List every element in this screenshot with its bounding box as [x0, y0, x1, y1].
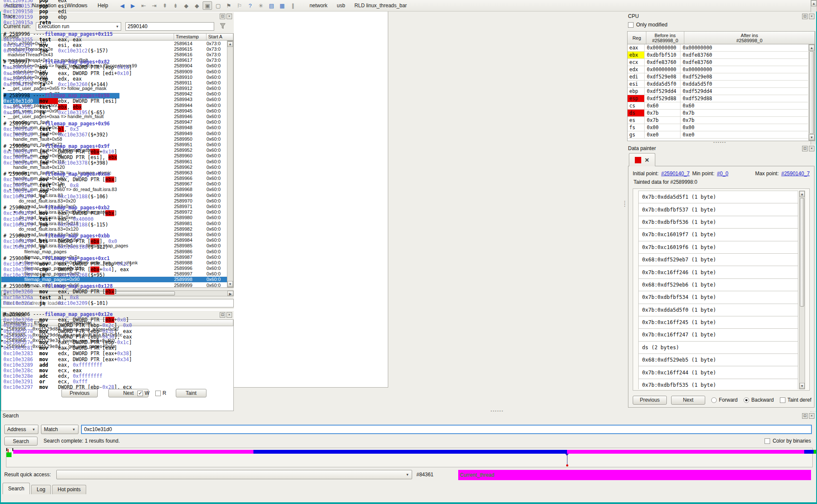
disasm-instruction[interactable]: 0xc10e3207je0xc10e3268($+95)	[3, 272, 388, 278]
disasm-instruction[interactable]: 0xc10e3278movDWORD PTR [ebp-0x3c], eax	[3, 328, 388, 334]
disasm-block-header[interactable]: # 2589997 ---- filemap_map_pages+0x82	[3, 59, 388, 65]
scroll-down-icon[interactable]: ▼	[809, 134, 814, 140]
cpu-register-row[interactable]: edx0x000000000x00000000	[628, 66, 808, 73]
cpu-register-row[interactable]: gs0xe00xe0	[628, 131, 808, 139]
disasm-instruction[interactable]: 0xc10e31d6testbl, 0x3	[3, 127, 388, 132]
instruction-address[interactable]: 0xc10e3201	[3, 261, 39, 267]
disasm-instruction[interactable]: 0xc1209157popesi	[3, 3, 388, 9]
instruction-address[interactable]: 0xc10e31ec	[3, 182, 39, 188]
tainted-data-item[interactable]: 0x7b:0xdda5d5f1 (1 byte)	[639, 191, 798, 203]
max-point-link[interactable]: #2590140_7	[781, 171, 810, 177]
tainted-data-item[interactable]: 0x7b:0xc16019f7 (1 byte)	[639, 229, 798, 241]
instruction-address[interactable]: 0xc10e31c8	[3, 76, 39, 82]
instruction-address[interactable]: 0xc1209159	[3, 14, 39, 20]
disasm-instruction[interactable]: 0xc10e31f0je0xc10e3188($-106)	[3, 194, 388, 199]
instruction-address[interactable]: 0xc10e31d9	[3, 132, 39, 138]
column-reg[interactable]: Reg	[628, 32, 646, 44]
tab-log[interactable]: Log	[31, 485, 51, 494]
disasm-instruction[interactable]: 0xc10e3283movedx, DWORD PTR [eax+0x38]	[3, 351, 388, 356]
tainted-data-item[interactable]: 0x7b:0xdbfbf537 (1 byte)	[639, 203, 798, 216]
instruction-address[interactable]: 0xc1209158	[3, 9, 39, 14]
instruction-address[interactable]: 0xc10e328e	[3, 373, 39, 379]
cpu-register-row[interactable]: es0x7b0x7b	[628, 117, 808, 124]
color-by-binaries-checkbox[interactable]	[765, 438, 770, 444]
cpu-register-row[interactable]: fs0x000x00	[628, 124, 808, 131]
cpu-register-row[interactable]: edi0xdf529e080xdf529e08	[628, 73, 808, 81]
disasm-instruction[interactable]: 0xc10e3297movDWORD PTR [ebp-0x28], ecx	[3, 385, 388, 388]
instruction-address[interactable]: 0xc10e3283	[3, 350, 39, 356]
instruction-address[interactable]: 0xc10e31ea	[3, 177, 39, 182]
cpu-register-row[interactable]: ds0x7b0x7b	[628, 110, 808, 117]
instruction-address[interactable]: 0xc1209157	[3, 3, 39, 9]
taint-tab[interactable]: ✕	[629, 153, 655, 166]
close-panel-icon[interactable]: ×	[809, 146, 814, 151]
search-match-select[interactable]: Match ▼	[41, 425, 79, 434]
disasm-instruction[interactable]: 0xc10e31e2cmpDWORD PTR [esi], ebx	[3, 154, 388, 160]
instruction-address[interactable]: 0xc10e31f2	[3, 210, 39, 216]
disasm-block-header[interactable]: # 2589999 ---- filemap_map_pages+0x96	[3, 121, 388, 126]
tainted-data-item[interactable]: 0x7b:0xc16ff246 (1 byte)	[639, 266, 798, 278]
instruction-address[interactable]: 0xc10e31f4	[3, 216, 39, 222]
disasm-block-header[interactable]: # 2590003 ---- filemap_map_pages+0xbb	[3, 233, 388, 238]
disasm-block-header[interactable]: # 2590000 ---- filemap_map_pages+0x9f	[3, 143, 388, 149]
disasm-instruction[interactable]: 0xc10e31f9jne0xc10e3188($-115)	[3, 222, 388, 227]
disasm-instruction[interactable]: 0xc10e31e4jne0xc10e3378($+398)	[3, 160, 388, 166]
disasm-instruction[interactable]: 0xc1209158popedi	[3, 9, 388, 14]
disasm-instruction[interactable]: 0xc10e3204cmpDWORD PTR [ebx+0x4], eax	[3, 266, 388, 272]
tainted-data-item[interactable]: 0x7b:0xdda5d5f0 (1 byte)	[639, 304, 798, 316]
tab-hot-points[interactable]: Hot points	[52, 485, 86, 494]
column-after[interactable]: After ins#2589998_0	[684, 32, 815, 44]
disasm-instruction[interactable]: 0xc10e3259jne0xc10e31c2($-157)	[3, 48, 388, 54]
instruction-address[interactable]: 0xc10e31ff	[3, 244, 39, 250]
backward-radio[interactable]	[744, 397, 749, 403]
tab-search[interactable]: Search	[3, 483, 30, 494]
disasm-instruction[interactable]: 0xc10e3271movDWORD PTR [ebp-0x2c], 0x0	[3, 323, 388, 328]
search-button[interactable]: Search	[4, 437, 38, 446]
disasm-instruction[interactable]: 0xc10e31dfincDWORD PTR [ebx+0x10]	[3, 149, 388, 154]
float-panel-icon[interactable]: ⊡	[802, 14, 808, 19]
scroll-thumb[interactable]	[800, 198, 804, 307]
instruction-address[interactable]: 0xc10e31df	[3, 149, 39, 155]
instruction-address[interactable]: 0xc10e31ee	[3, 188, 39, 194]
instruction-address[interactable]: 0xc10e3255	[3, 37, 39, 43]
search-mode-select[interactable]: Address ▼	[4, 425, 38, 434]
instruction-address[interactable]: 0xc10e3271	[3, 322, 39, 328]
disasm-instruction[interactable]: 0xc10e327emoveax, DWORD PTR [ebp-0x1c]	[3, 339, 388, 345]
instruction-address[interactable]: 0xc10e31f0	[3, 194, 39, 200]
disasm-instruction[interactable]: 0xc10e3281moveax, DWORD PTR [eax]	[3, 345, 388, 351]
disasm-instruction[interactable]: 0xc10e31d4je0xc10e3195($-65)	[3, 110, 388, 115]
instruction-address[interactable]: 0xc10e3204	[3, 266, 39, 272]
disasm-block-header[interactable]: # 2590004 ---- filemap_map_pages+0xc1	[3, 255, 388, 261]
previous-access-button[interactable]: Previous	[61, 389, 98, 397]
disasm-instruction[interactable]: 0xc10e31d2testebx, ebx	[3, 104, 388, 110]
write-checkbox[interactable]	[137, 391, 143, 396]
disasm-block-header[interactable]: # 2589996 ---- filemap_map_pages+0x115	[3, 31, 388, 37]
instruction-address[interactable]: 0xc10e3297	[3, 384, 39, 388]
instruction-address[interactable]: 0xc10e3286	[3, 356, 39, 362]
cpu-register-row[interactable]: eax0x000000000x00000000	[628, 44, 808, 52]
disasm-instruction[interactable]: 0xc10e326cje0xc10e3209($-101)	[3, 300, 388, 306]
instruction-address[interactable]: 0xc10e31e2	[3, 154, 39, 160]
close-panel-icon[interactable]: ×	[809, 413, 814, 419]
tainted-data-item[interactable]: 0x7b:0xc16ff244 (1 byte)	[639, 366, 798, 379]
cpu-vertical-scrollbar[interactable]: ▲ ▼	[808, 44, 815, 141]
disasm-instruction[interactable]: 0xc10e3255testeax, eax	[3, 37, 388, 42]
splitter-handle[interactable]: ••••••	[713, 142, 726, 144]
cpu-register-row[interactable]: ebp0xdf529dd40xdf529dd4	[628, 88, 808, 95]
close-panel-icon[interactable]: ×	[809, 14, 814, 19]
disasm-block-header[interactable]: # 2590001 ---- filemap_map_pages+0xaa	[3, 171, 388, 177]
read-checkbox[interactable]	[155, 391, 161, 396]
min-point-link[interactable]: #0_0	[717, 171, 728, 177]
cpu-register-row[interactable]: cs0x600x60	[628, 102, 808, 110]
float-panel-icon[interactable]: ⊡	[802, 413, 808, 419]
disasm-instruction[interactable]: 0xc10e31d0movebx, DWORD PTR [esi]	[3, 98, 388, 104]
tainted-data-item[interactable]: 0x7b:0xdbfbf535 (1 byte)	[639, 379, 798, 389]
instruction-address[interactable]: 0xc10e31d6	[3, 126, 39, 132]
initial-point-link[interactable]: #2590140_7	[661, 171, 690, 177]
disasm-instruction[interactable]: 0xc10e31eenop	[3, 188, 388, 194]
instruction-address[interactable]: 0xc10e328c	[3, 368, 39, 374]
disasm-instruction[interactable]: 0xc10e31f4testeax, 0x40000	[3, 216, 388, 222]
scroll-down-icon[interactable]: ▼	[800, 383, 805, 389]
instruction-address[interactable]: 0xc10e3291	[3, 379, 39, 385]
disasm-instruction[interactable]: 0xc10e31c5moveax, DWORD PTR [edi+0x10]	[3, 70, 388, 76]
